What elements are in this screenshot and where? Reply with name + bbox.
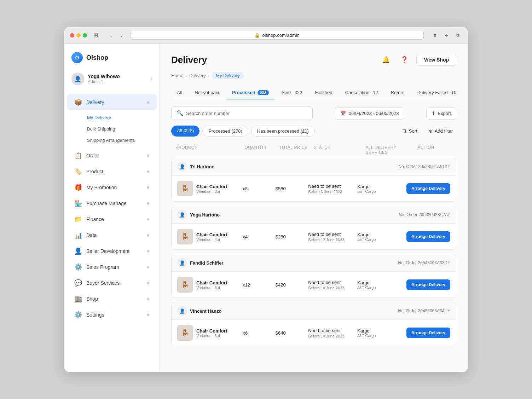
- sub-item-shipping-arrangements[interactable]: Shipping Arrangements: [83, 135, 157, 146]
- col-status: Status: [314, 145, 366, 155]
- status-cell: Need to be sent Before 6 June 2023: [308, 184, 357, 194]
- share-button[interactable]: ⬆: [431, 31, 439, 40]
- order-number: No. Order 20458065A64UY: [398, 308, 450, 313]
- breadcrumb-current: My Delivery: [212, 72, 244, 79]
- sidebar-item-delivery[interactable]: 📦 Delivery ∧: [67, 94, 157, 110]
- add-filter-label: Add filter: [435, 128, 453, 134]
- sidebar-item-seller-development[interactable]: 👤 Seller Development ∨: [67, 243, 157, 259]
- tab-cancelation[interactable]: Cancelation 12: [340, 86, 384, 99]
- tab-sent[interactable]: Sent 322: [276, 86, 308, 99]
- filter-pill-processed[interactable]: Processed (278): [202, 126, 248, 137]
- date-range-picker[interactable]: 📅 06/04/2023 - 06/05/2023: [335, 107, 404, 120]
- buyer-avatar: 👤: [177, 210, 187, 220]
- delivery-service-cell: Kargo J&T Cargo: [357, 328, 406, 338]
- chevron-down-icon: ∨: [146, 265, 150, 270]
- order-number: No. Order 20528091A61KY: [398, 164, 450, 169]
- sidebar-item-label: Product: [86, 169, 142, 174]
- tab-processed[interactable]: Processed 288: [226, 86, 274, 99]
- sidebar-item-label: Finance: [86, 216, 142, 222]
- status-date: Before 6 June 2023: [308, 190, 357, 194]
- windows-button[interactable]: ⧉: [453, 31, 462, 40]
- tab-all[interactable]: All: [171, 86, 187, 99]
- sidebar-toggle-icon[interactable]: ⊞: [91, 31, 100, 40]
- delivery-service-sub: J&T Cargo: [357, 189, 406, 193]
- product-variation: Variation : 3.d: [196, 189, 227, 193]
- buyer-services-icon: 💬: [74, 279, 82, 287]
- sidebar-item-settings[interactable]: ⚙️ Settings ∨: [67, 307, 157, 323]
- sidebar-user[interactable]: 👤 Yoga Wibowo Admin 1 ›: [64, 69, 160, 91]
- product-name: Chair Comfort: [196, 280, 227, 285]
- breadcrumb-home[interactable]: Home: [171, 73, 184, 78]
- brand-logo-letter: O: [75, 55, 79, 60]
- sub-item-bulk-shipping[interactable]: Bulk Shipping: [83, 123, 157, 134]
- breadcrumb-sep: ›: [208, 73, 209, 78]
- minimize-button[interactable]: [76, 33, 81, 37]
- status-date: Before 14 June 2023: [308, 334, 357, 338]
- sidebar-item-buyer-services[interactable]: 💬 Buyer Services ∨: [67, 275, 157, 291]
- browser-actions: ⬆ + ⧉: [431, 31, 462, 40]
- filter-actions: ⇅ Sort ⊕ Add filter: [399, 126, 456, 136]
- buyer-info: 👤 Tri Hartono: [177, 162, 214, 172]
- export-button[interactable]: ⬆ Export: [426, 107, 456, 120]
- notification-button[interactable]: 🔔: [380, 53, 392, 66]
- arrange-delivery-button[interactable]: Arrange Delivery: [406, 183, 450, 194]
- sidebar-item-label: My Promotion: [86, 185, 142, 190]
- product-thumbnail: 🪑: [177, 229, 193, 244]
- sidebar-item-shop[interactable]: 🏬 Shop ∨: [67, 291, 157, 307]
- sidebar-item-purchase-manage[interactable]: 🏪 Purchase Manage ∨: [67, 196, 157, 211]
- delivery-sub-menu: My Delivery Bulk Shipping Shipping Arran…: [64, 110, 160, 148]
- arrange-delivery-button[interactable]: Arrange Delivery: [406, 279, 450, 290]
- buyer-name: Vincent Hanzo: [190, 308, 221, 314]
- maximize-button[interactable]: [83, 33, 87, 37]
- sub-item-my-delivery[interactable]: My Delivery: [83, 112, 157, 123]
- delivery-service-name: Kargo: [357, 184, 406, 189]
- filter-row: All (228) Processed (278) Has been proce…: [171, 126, 456, 137]
- breadcrumb-delivery[interactable]: Delivery: [189, 73, 206, 78]
- help-button[interactable]: ❓: [398, 53, 411, 66]
- forward-button[interactable]: ›: [117, 31, 126, 40]
- order-group-header: 👤 Vincent Hanzo No. Order 20458065A64UY: [172, 302, 456, 320]
- close-button[interactable]: [70, 33, 74, 37]
- view-shop-button[interactable]: View Shop: [416, 54, 456, 66]
- filter-pill-all[interactable]: All (228): [171, 126, 200, 137]
- status-label: Need to be sent: [308, 184, 357, 189]
- search-input[interactable]: [186, 111, 307, 116]
- export-label: Export: [438, 111, 451, 116]
- arrange-delivery-button[interactable]: Arrange Delivery: [406, 231, 450, 242]
- buyer-avatar: 👤: [177, 162, 187, 172]
- settings-icon: ⚙️: [74, 311, 82, 319]
- back-button[interactable]: ‹: [107, 31, 115, 40]
- sidebar-item-product[interactable]: 🏷️ Product ∨: [67, 164, 157, 179]
- sidebar-item-order[interactable]: 📋 Order ∨: [67, 148, 157, 163]
- tab-finished[interactable]: Finished: [309, 86, 338, 99]
- quantity-value: x12: [243, 282, 276, 288]
- address-bar[interactable]: 🔒 olshop.com/admin: [130, 31, 424, 40]
- add-filter-button[interactable]: ⊕ Add filter: [425, 126, 456, 136]
- sidebar-item-sales-program[interactable]: ⚙️ Sales Program ∨: [67, 259, 157, 275]
- sidebar-item-label: Purchase Manage: [86, 201, 142, 206]
- finance-icon: 📁: [74, 215, 82, 223]
- sort-label: Sort: [409, 128, 417, 134]
- sidebar-item-finance[interactable]: 📁 Finance ∨: [67, 212, 157, 227]
- new-tab-button[interactable]: +: [442, 31, 451, 40]
- product-cell: 🪑 Chair Comfort Variation : 4.d: [177, 229, 243, 244]
- sidebar-item-label: Shop: [86, 296, 142, 302]
- delivery-service-name: Kargo: [357, 232, 406, 237]
- filter-pill-has-been-processed[interactable]: Has been processed (10): [251, 126, 315, 137]
- sidebar-item-my-promotion[interactable]: 🎁 My Promotion ∨: [67, 180, 157, 195]
- tab-not-yet-paid[interactable]: Not yet paid: [189, 86, 225, 99]
- product-icon: 🏷️: [74, 168, 82, 175]
- sidebar-item-data[interactable]: 📊 Data ∨: [67, 227, 157, 243]
- search-box[interactable]: 🔍: [171, 106, 313, 120]
- buyer-info: 👤 Yoga Hartono: [177, 210, 220, 220]
- arrange-delivery-button[interactable]: Arrange Delivery: [406, 328, 450, 338]
- delivery-service-cell: Kargo J&T Cargo: [357, 232, 406, 242]
- tab-delivery-failed[interactable]: Delivery Failed 10: [412, 86, 462, 99]
- sort-button[interactable]: ⇅ Sort: [399, 126, 421, 136]
- avatar: 👤: [71, 73, 84, 85]
- sidebar-item-label: Data: [86, 232, 142, 238]
- product-info: Chair Comfort Variation : 5.d: [196, 280, 227, 290]
- status-label: Need to be sent: [308, 232, 357, 237]
- tab-return[interactable]: Return: [385, 86, 410, 99]
- tabs-bar: All Not yet paid Processed 288 Sent 322 …: [171, 86, 456, 99]
